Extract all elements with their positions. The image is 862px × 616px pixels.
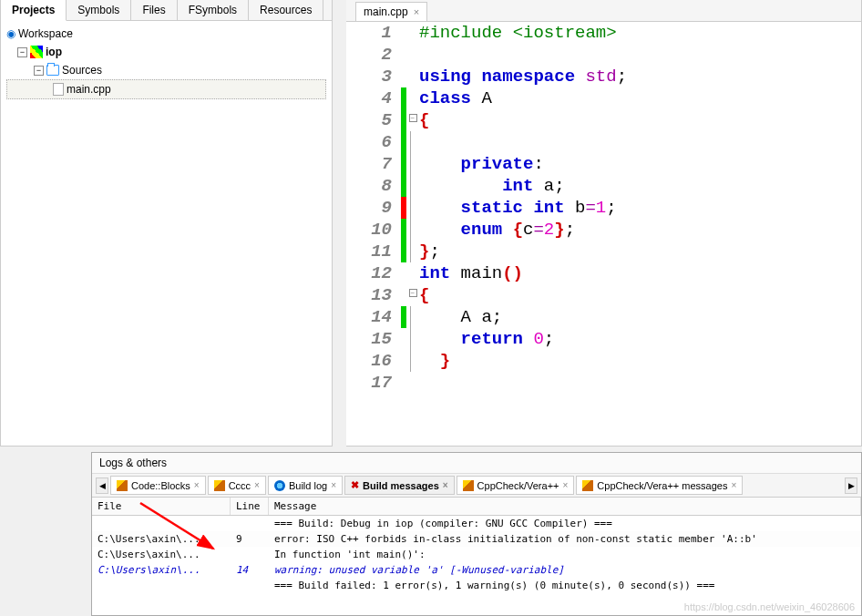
sources-label: Sources <box>62 61 102 79</box>
fold-marker <box>406 66 419 87</box>
code-line[interactable]: int a; <box>419 175 861 197</box>
line-number: 13 <box>346 284 392 306</box>
line-number: 12 <box>346 262 392 284</box>
code-line[interactable]: enum {c=2}; <box>419 219 861 241</box>
log-tab-code-blocks[interactable]: Code::Blocks× <box>110 476 206 495</box>
globe-icon: ◉ <box>6 25 15 43</box>
log-tab-cppcheck-vera-[interactable]: CppCheck/Vera++× <box>457 476 575 495</box>
line-number: 10 <box>346 219 392 241</box>
sources-node[interactable]: − Sources <box>6 61 326 79</box>
fold-marker <box>406 372 419 394</box>
project-tab-resources[interactable]: Resources <box>249 0 323 20</box>
tabs-prev-button[interactable]: ◀ <box>96 477 108 494</box>
pencil-icon <box>582 480 593 491</box>
line-number: 9 <box>346 197 392 219</box>
message-row[interactable]: C:\Users\axin\...9error: ISO C++ forbids… <box>92 531 861 547</box>
msg-text: === Build: Debug in iop (compiler: GNU G… <box>269 517 861 530</box>
line-number: 17 <box>346 372 392 394</box>
log-tab-build-log[interactable]: Build log× <box>268 476 343 495</box>
code-line[interactable]: A a; <box>419 306 861 328</box>
fold-marker <box>406 87 419 109</box>
code-line[interactable]: class A <box>419 87 861 109</box>
line-number: 15 <box>346 328 392 350</box>
code-line[interactable]: int main() <box>419 262 861 284</box>
logs-title: Logs & others <box>92 453 861 474</box>
fold-marker <box>406 306 419 328</box>
line-number: 2 <box>346 44 392 66</box>
msg-text: warning: unused variable 'a' [-Wunused-v… <box>269 563 861 577</box>
editor-tabs: main.cpp × <box>346 0 861 22</box>
col-message[interactable]: Message <box>269 498 861 515</box>
code-line[interactable]: static int b=1; <box>419 197 861 219</box>
project-node[interactable]: − iop <box>6 43 326 61</box>
close-icon[interactable]: × <box>731 480 736 490</box>
code-editor[interactable]: 1234567891011121314151617 −− #include <i… <box>346 22 861 446</box>
log-tab-build-messages[interactable]: ✖Build messages× <box>344 476 455 495</box>
project-tab-symbols[interactable]: Symbols <box>67 0 131 20</box>
close-icon[interactable]: × <box>414 6 419 17</box>
code-line[interactable] <box>419 44 861 66</box>
file-node[interactable]: main.cpp <box>6 79 326 99</box>
table-header: File Line Message <box>92 498 861 516</box>
code-line[interactable]: { <box>419 284 861 306</box>
msg-file: C:\Users\axin\... <box>92 563 231 577</box>
msg-file: C:\Users\axin\... <box>92 532 231 546</box>
line-number: 4 <box>346 87 392 109</box>
log-tab-cccc[interactable]: Cccc× <box>208 476 266 495</box>
message-row[interactable]: === Build failed: 1 error(s), 1 warning(… <box>92 578 861 593</box>
message-row[interactable]: C:\Users\axin\...In function 'int main()… <box>92 547 861 562</box>
tab-label: Cccc <box>229 480 251 491</box>
collapse-icon[interactable]: − <box>17 47 27 57</box>
close-icon[interactable]: × <box>254 480 260 490</box>
code-line[interactable]: private: <box>419 153 861 175</box>
message-row[interactable]: === Build: Debug in iop (compiler: GNU G… <box>92 516 861 531</box>
col-file[interactable]: File <box>92 498 231 515</box>
close-icon[interactable]: × <box>563 480 569 490</box>
msg-line <box>231 517 269 530</box>
collapse-icon[interactable]: − <box>34 66 44 76</box>
line-number: 7 <box>346 153 392 175</box>
workspace-node[interactable]: ◉ Workspace <box>6 25 326 43</box>
msg-file <box>92 579 231 592</box>
msg-file: C:\Users\axin\... <box>92 548 231 561</box>
project-tab-fsymbols[interactable]: FSymbols <box>178 0 249 20</box>
code-line[interactable]: using namespace std; <box>419 66 861 87</box>
build-messages-table: File Line Message === Build: Debug in io… <box>92 498 861 615</box>
code-line[interactable]: }; <box>419 241 861 262</box>
workspace-label: Workspace <box>18 25 73 43</box>
fold-marker <box>406 328 419 350</box>
msg-text: === Build failed: 1 error(s), 1 warning(… <box>269 579 861 592</box>
fold-marker <box>406 44 419 66</box>
project-tab-files[interactable]: Files <box>131 0 177 20</box>
fold-marker <box>406 350 419 372</box>
fold-marker[interactable]: − <box>406 109 419 131</box>
pencil-icon <box>117 480 128 491</box>
code-line[interactable] <box>419 131 861 153</box>
code-line[interactable]: } <box>419 350 861 372</box>
code-line[interactable] <box>419 372 861 394</box>
close-icon[interactable]: × <box>331 480 336 490</box>
fold-marker <box>406 22 419 44</box>
code-line[interactable]: #include <iostream> <box>419 22 861 44</box>
log-tab-cppcheck-vera-messages[interactable]: CppCheck/Vera++ messages× <box>576 476 743 495</box>
close-icon[interactable]: × <box>443 480 448 490</box>
msg-text: error: ISO C++ forbids in-class initiali… <box>269 532 861 546</box>
editor-tab-main[interactable]: main.cpp × <box>355 2 427 21</box>
file-icon <box>53 83 64 96</box>
fold-marker <box>406 219 419 241</box>
fold-marker[interactable]: − <box>406 284 419 306</box>
pencil-icon <box>463 480 474 491</box>
tabs-next-button[interactable]: ▶ <box>845 477 857 494</box>
fold-marker <box>406 153 419 175</box>
line-number: 1 <box>346 22 392 44</box>
fold-marker <box>406 197 419 219</box>
tab-label: main.cpp <box>364 5 408 18</box>
code-line[interactable]: { <box>419 109 861 131</box>
project-tab-projects[interactable]: Projects <box>1 0 67 21</box>
close-icon[interactable]: × <box>194 480 200 490</box>
project-label: iop <box>46 43 62 61</box>
code-line[interactable]: return 0; <box>419 328 861 350</box>
col-line[interactable]: Line <box>231 498 269 515</box>
message-row[interactable]: C:\Users\axin\...14warning: unused varia… <box>92 562 861 578</box>
msg-text: In function 'int main()': <box>269 548 861 561</box>
